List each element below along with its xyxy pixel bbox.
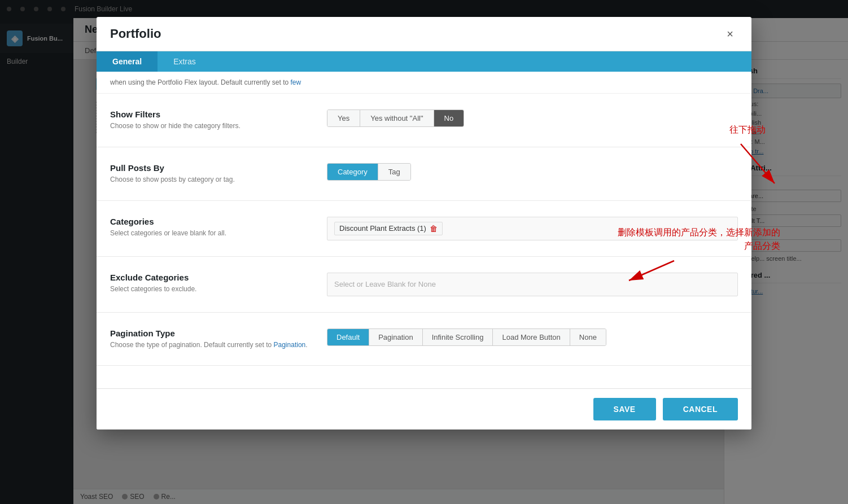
modal-tabs: General Extras [97, 51, 751, 72]
exclude-categories-label-col: Exclude Categories Select categories to … [110, 273, 313, 294]
show-filters-label: Show Filters [110, 109, 313, 119]
pagination-type-label-col: Pagination Type Choose the type of pagin… [110, 328, 313, 350]
pull-posts-control: Category Tag [327, 163, 738, 181]
show-filters-control: Yes Yes without "All" No [327, 109, 738, 127]
modal-close-button[interactable]: × [722, 26, 738, 42]
pagination-default-button[interactable]: Default [327, 329, 369, 345]
pagination-type-control: Default Pagination Infinite Scrolling Lo… [327, 328, 738, 346]
exclude-categories-row: Exclude Categories Select categories to … [97, 257, 751, 313]
show-filters-yes-button[interactable]: Yes [327, 110, 360, 126]
show-filters-btn-group: Yes Yes without "All" No [327, 109, 464, 127]
show-filters-yes-without-all-button[interactable]: Yes without "All" [360, 110, 434, 126]
pagination-link[interactable]: Pagination [274, 341, 306, 349]
modal-header: Portfolio × [97, 17, 751, 51]
cancel-button[interactable]: CANCEL [663, 398, 738, 420]
category-tag-remove[interactable]: 🗑 [430, 224, 438, 233]
category-tag-item: Discount Plant Extracts (1) 🗑 [334, 222, 443, 235]
tab-general[interactable]: General [97, 51, 158, 72]
pull-posts-label-col: Pull Posts By Choose to show posts by ca… [110, 163, 313, 185]
category-tag-label: Discount Plant Extracts (1) [339, 224, 426, 233]
intro-link[interactable]: few [291, 78, 301, 86]
pull-posts-btn-group: Category Tag [327, 163, 411, 181]
pagination-type-desc: Choose the type of pagination. Default c… [110, 340, 313, 350]
modal-overlay: Portfolio × General Extras when using th… [0, 0, 848, 504]
show-filters-label-col: Show Filters Choose to show or hide the … [110, 109, 313, 131]
exclude-categories-placeholder: Select or Leave Blank for None [334, 280, 436, 288]
categories-label: Categories [110, 217, 313, 226]
categories-row: Categories Select categories or leave bl… [97, 201, 751, 257]
pagination-infinite-button[interactable]: Infinite Scrolling [423, 329, 493, 345]
show-filters-row: Show Filters Choose to show or hide the … [97, 94, 751, 147]
exclude-categories-select[interactable]: Select or Leave Blank for None [327, 273, 738, 296]
pagination-type-row: Pagination Type Choose the type of pagin… [97, 313, 751, 366]
modal-body: when using the Portfolio Flex layout. De… [97, 72, 751, 388]
exclude-categories-label: Exclude Categories [110, 273, 313, 282]
show-filters-no-button[interactable]: No [434, 110, 464, 126]
pull-posts-label: Pull Posts By [110, 163, 313, 173]
portfolio-modal: Portfolio × General Extras when using th… [97, 17, 751, 430]
pull-posts-row: Pull Posts By Choose to show posts by ca… [97, 147, 751, 201]
modal-title: Portfolio [110, 27, 161, 41]
intro-text: when using the Portfolio Flex layout. De… [97, 72, 751, 94]
exclude-categories-desc: Select categories to exclude. [110, 284, 313, 294]
pagination-btn-group: Default Pagination Infinite Scrolling Lo… [327, 328, 606, 346]
pull-posts-category-button[interactable]: Category [327, 164, 378, 180]
pagination-none-button[interactable]: None [570, 329, 606, 345]
pagination-type-label: Pagination Type [110, 328, 313, 338]
categories-label-col: Categories Select categories or leave bl… [110, 217, 313, 238]
exclude-categories-control: Select or Leave Blank for None [327, 273, 738, 296]
pull-posts-desc: Choose to show posts by category or tag. [110, 175, 313, 185]
pagination-load-more-button[interactable]: Load More Button [493, 329, 570, 345]
categories-control: Discount Plant Extracts (1) 🗑 [327, 217, 738, 240]
categories-tag-input[interactable]: Discount Plant Extracts (1) 🗑 [327, 217, 738, 240]
categories-desc: Select categories or leave blank for all… [110, 229, 313, 238]
pull-posts-tag-button[interactable]: Tag [378, 164, 410, 180]
save-button[interactable]: SAVE [593, 398, 656, 420]
show-filters-desc: Choose to show or hide the category filt… [110, 121, 313, 131]
pagination-pagination-button[interactable]: Pagination [369, 329, 422, 345]
modal-footer: SAVE CANCEL [97, 388, 751, 430]
tab-extras[interactable]: Extras [158, 51, 212, 72]
